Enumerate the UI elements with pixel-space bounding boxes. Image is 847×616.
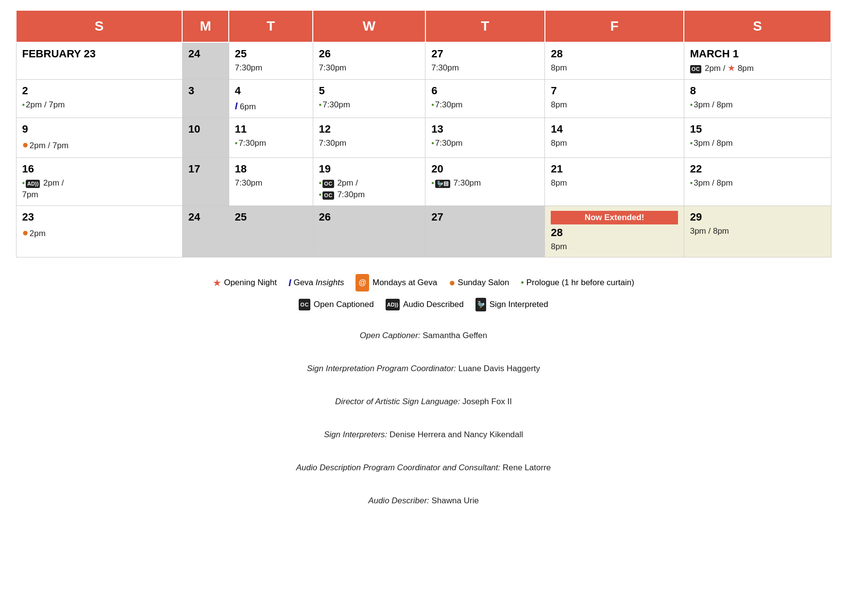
oc-icon-19a: OC (322, 180, 334, 188)
dot-green-16: • (22, 179, 25, 187)
sunday-salon-label: Sunday Salon (458, 274, 509, 291)
cell-15: 15 •3pm / 8pm (684, 118, 831, 158)
oc-icon-19b: OC (322, 191, 334, 200)
insights-legend-icon: I (288, 273, 291, 292)
at-legend-icon: @ (356, 274, 369, 291)
ad-icon-16: AD)) (26, 180, 40, 188)
dot-green-15: • (690, 139, 693, 147)
cell-24-w5: 24 (182, 205, 229, 257)
cell-20: 20 •🦤🏻 7:30pm (425, 157, 545, 205)
header-mon: M (182, 10, 229, 42)
cell-26-w1: 26 7:30pm (313, 42, 425, 80)
header-sat: S (684, 10, 831, 42)
si-legend-icon: 🦤 (475, 298, 486, 311)
cell-feb23: FEBRUARY 23 (16, 42, 182, 80)
cell-24-w1: 24 (182, 42, 229, 80)
star-icon-march1: ★ (728, 63, 735, 73)
cell-28-w5: Now Extended! 28 8pm (545, 205, 684, 257)
cell-22: 22 •3pm / 8pm (684, 157, 831, 205)
credit-value-1: Samantha Geffen (423, 331, 487, 340)
header-wed: W (313, 10, 425, 42)
dot-green-20: • (431, 179, 434, 187)
legend-row-2: OC Open Captioned AD)) Audio Described 🦤… (16, 296, 831, 313)
credit-label-1: Open Captioner: (360, 331, 421, 340)
credit-value-2: Luane Davis Haggerty (458, 364, 540, 373)
cell-29-w5: 29 3pm / 8pm (684, 205, 831, 257)
cell-25-w5: 25 (229, 205, 313, 257)
credits-row-4: Sign Interpreters: Denise Herrera and Na… (16, 427, 831, 443)
calendar-table: S M T W T F S FEBRUARY 23 24 25 7:30 (16, 10, 831, 257)
credit-label-3: Director of Artistic Sign Language: (335, 397, 460, 406)
legend-oc: OC Open Captioned (299, 296, 373, 313)
cell-28-w1: 28 8pm (545, 42, 684, 80)
cell-2: 2 •2pm / 7pm (16, 80, 182, 118)
dot-green-2: • (22, 101, 25, 109)
opening-night-label: Opening Night (224, 274, 277, 291)
header-fri: F (545, 10, 684, 42)
oc-legend-icon: OC (299, 299, 310, 310)
cell-19: 19 •OC 2pm / •OC 7:30pm (313, 157, 425, 205)
legend-sunday-salon: ● Sunday Salon (449, 272, 509, 293)
cell-16: 16 •AD)) 2pm /7pm (16, 157, 182, 205)
ad-legend-icon: AD)) (386, 299, 400, 310)
cell-26-w5: 26 (313, 205, 425, 257)
dot-green-11: • (235, 139, 238, 147)
cell-23: 23 ●2pm (16, 205, 182, 257)
legend-prologue: • Prologue (1 hr before curtain) (521, 274, 634, 291)
cell-4: 4 I 6pm (229, 80, 313, 118)
header-sun: S (16, 10, 182, 42)
oc-icon-march1: OC (690, 65, 702, 73)
week-row-5: 23 ●2pm 24 25 26 27 Now Extended! 28 (16, 205, 831, 257)
legend-ad: AD)) Audio Described (386, 296, 464, 313)
cell-14: 14 8pm (545, 118, 684, 158)
prologue-label: Prologue (1 hr before curtain) (526, 274, 634, 291)
cell-27-w1: 27 7:30pm (425, 42, 545, 80)
week-row-2: 2 •2pm / 7pm 3 4 I 6pm 5 •7:30pm 6 •7:30… (16, 80, 831, 118)
dot-green-19b: • (319, 190, 322, 199)
cell-9: 9 ●2pm / 7pm (16, 118, 182, 158)
week-row-4: 16 •AD)) 2pm /7pm 17 18 7:30pm 19 •OC 2p… (16, 157, 831, 205)
credits-section: Open Captioner: Samantha Geffen Sign Int… (16, 327, 831, 509)
cell-18: 18 7:30pm (229, 157, 313, 205)
legend-geva-insights: I Geva Insights (288, 273, 344, 292)
green-dot-legend-icon: • (521, 274, 524, 291)
week-row-3: 9 ●2pm / 7pm 10 11 •7:30pm 12 7:30pm 13 … (16, 118, 831, 158)
credit-value-3: Joseph Fox II (462, 397, 512, 406)
legend-opening-night: ★ Opening Night (213, 273, 277, 292)
cell-11: 11 •7:30pm (229, 118, 313, 158)
dot-orange-9: ● (22, 138, 29, 151)
orange-dot-legend-icon: ● (449, 272, 455, 293)
header-tue: T (229, 10, 313, 42)
cell-6: 6 •7:30pm (425, 80, 545, 118)
legend-mondays-geva: @ Mondays at Geva (356, 274, 437, 291)
dot-orange-23: ● (22, 226, 29, 239)
si-icon-20: 🦤🏻 (435, 180, 450, 188)
cell-8: 8 •3pm / 8pm (684, 80, 831, 118)
dot-green-8: • (690, 101, 693, 109)
credits-row-2: Sign Interpretation Program Coordinator:… (16, 360, 831, 377)
credit-value-4: Denise Herrera and Nancy Kikendall (390, 430, 523, 439)
cell-12: 12 7:30pm (313, 118, 425, 158)
now-extended-banner: Now Extended! (551, 211, 678, 224)
star-legend-icon: ★ (213, 273, 221, 292)
legend-row-1: ★ Opening Night I Geva Insights @ Monday… (16, 272, 831, 293)
week-row-1: FEBRUARY 23 24 25 7:30pm 26 7:30pm 27 7:… (16, 42, 831, 80)
cell-25-w1: 25 7:30pm (229, 42, 313, 80)
calendar-wrapper: S M T W T F S FEBRUARY 23 24 25 7:30 (16, 10, 831, 509)
legend-si: 🦤 Sign Interpreted (475, 296, 548, 313)
dot-green-19a: • (319, 179, 322, 187)
dot-green-6: • (431, 101, 434, 109)
cell-27-w5: 27 (425, 205, 545, 257)
credit-label-5: Audio Description Program Coordinator an… (296, 463, 501, 472)
ad-label: Audio Described (403, 296, 464, 313)
credit-label-6: Audio Describer: (368, 496, 429, 505)
credit-value-5: Rene Latorre (503, 463, 551, 472)
credits-row-1: Open Captioner: Samantha Geffen (16, 327, 831, 344)
credits-row-5: Audio Description Program Coordinator an… (16, 460, 831, 476)
cell-13: 13 •7:30pm (425, 118, 545, 158)
credit-label-2: Sign Interpretation Program Coordinator: (307, 364, 456, 373)
cell-17: 17 (182, 157, 229, 205)
credit-value-6: Shawna Urie (432, 496, 479, 505)
credit-label-4: Sign Interpreters: (324, 430, 387, 439)
dot-green-22: • (690, 179, 693, 187)
